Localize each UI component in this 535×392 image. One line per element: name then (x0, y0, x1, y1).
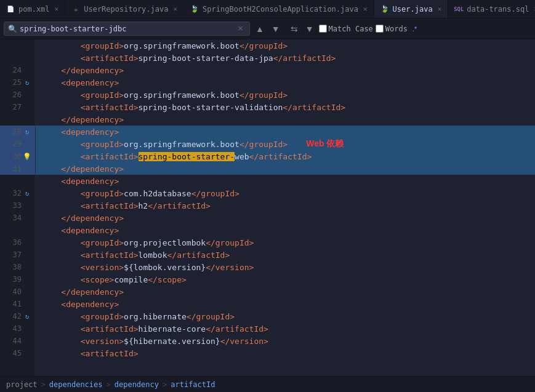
tab-close[interactable]: ✕ (363, 5, 368, 13)
code-line[interactable]: <artifactId>spring-boot-starter-validati… (36, 101, 535, 113)
code-line[interactable]: </dependency> (36, 162, 535, 175)
code-line[interactable]: <groupId>com.h2database</groupId> (36, 187, 535, 199)
status-project: project (6, 380, 38, 389)
line-number: 39 (9, 275, 22, 284)
code-line[interactable]: </dependency> (36, 286, 535, 298)
code-line[interactable]: <artifactId> (36, 347, 535, 359)
code-line[interactable]: <dependency> (36, 298, 535, 310)
status-breadcrumb-artifactid[interactable]: artifactId (171, 380, 215, 389)
line-number: 26 (9, 90, 22, 99)
code-line[interactable]: <artifactId>h2</artifactId> (36, 199, 535, 212)
gutter-row (0, 113, 35, 126)
line-number: 28 (9, 127, 22, 136)
status-sep-2: > (107, 380, 111, 389)
line-number: 38 (9, 263, 22, 271)
gutter-row: 37 (0, 249, 35, 261)
gutter-row: 26 (0, 89, 35, 101)
gutter-row: 38 (0, 261, 35, 273)
code-line[interactable]: <groupId>org.hibernate</groupId> (36, 310, 535, 322)
gutter-row (0, 175, 35, 187)
line-number: 44 (9, 337, 22, 345)
status-breadcrumb-dependencies[interactable]: dependencies (49, 380, 103, 389)
code-line[interactable]: <artifactId>spring-boot-starter-data-jpa… (36, 52, 535, 64)
java-icon: ☕ (71, 5, 80, 14)
refresh-indicator: ↻ (23, 79, 31, 87)
gutter-row: 27 (0, 101, 35, 113)
gutter-row: 36 (0, 236, 35, 249)
search-icon: 🔍 (8, 25, 17, 33)
line-number: 45 (9, 349, 22, 358)
web-dep-annotation: Web 依赖 (306, 138, 344, 150)
words-checkbox[interactable] (376, 25, 384, 33)
line-number: 36 (9, 238, 22, 247)
code-line[interactable]: <artifactId>lombok</artifactId> (36, 249, 535, 261)
search-input[interactable] (20, 25, 235, 33)
code-line[interactable]: <artifactId>spring-boot-starter-web</art… (36, 150, 535, 162)
words-label[interactable]: Words (376, 25, 408, 33)
line-number: 40 (9, 287, 22, 296)
code-line[interactable]: <dependency> (36, 126, 535, 138)
tab-label: data-trans.sql (467, 5, 529, 14)
match-case-text: Match Case (329, 25, 373, 33)
line-number: 42 (9, 312, 22, 321)
tab-close[interactable]: ✕ (55, 5, 59, 13)
prev-match-button[interactable]: ▲ (252, 23, 267, 35)
gutter-row: 41 (0, 298, 35, 310)
code-line[interactable]: <dependency> (36, 224, 535, 236)
code-line[interactable]: <groupId>org.projectlombok</groupId> (36, 236, 535, 249)
spring-icon: 🍃 (190, 5, 199, 14)
gutter-row (0, 52, 35, 64)
tab-user-java[interactable]: 🍃 User.java ✕ (374, 0, 449, 18)
code-line[interactable]: <version>${lombok.version}</version> (36, 261, 535, 273)
code-area[interactable]: <groupId>org.springframework.boot</group… (36, 39, 535, 376)
gutter-row: 28↻ (0, 126, 35, 138)
tab-label: SpringBootH2ConsoleApplication.java (203, 5, 358, 14)
clear-search-button[interactable]: ✕ (235, 23, 246, 34)
line-number: 33 (9, 201, 22, 210)
code-line[interactable]: </dependency> (36, 113, 535, 126)
line-number: 27 (9, 103, 22, 111)
status-breadcrumb-dependency[interactable]: dependency (115, 380, 159, 389)
refresh-indicator: ↻ (23, 190, 31, 198)
tab-close[interactable]: ✕ (438, 5, 442, 13)
words-text: Words (385, 25, 408, 33)
code-line[interactable]: <groupId>org.springframework.boot</group… (36, 39, 535, 52)
match-case-checkbox[interactable] (319, 25, 327, 33)
gutter: 2425↻262728↻2930💡3132↻333436373839404142… (0, 39, 36, 376)
search-input-wrap: 🔍 ✕ (4, 22, 250, 36)
tab-user-repository[interactable]: ☕ UserRepository.java ✕ (65, 0, 184, 18)
next-match-button[interactable]: ▼ (268, 23, 283, 35)
regex-icon-button[interactable]: .* (410, 24, 419, 34)
code-line[interactable]: <dependency> (36, 76, 535, 89)
filter-icon-button[interactable]: ⇆ (288, 23, 300, 35)
funnel-icon-button[interactable]: ▼ (303, 23, 316, 35)
search-bar: 🔍 ✕ ▲ ▼ ⇆ ▼ Match Case Words .* (0, 18, 535, 39)
code-line[interactable]: <scope>compile</scope> (36, 273, 535, 286)
gutter-row: 32↻ (0, 187, 35, 199)
xml-icon: 📄 (6, 5, 15, 14)
tab-springboot-h2[interactable]: 🍃 SpringBootH2ConsoleApplication.java ✕ (184, 0, 374, 18)
gutter-row: 42↻ (0, 310, 35, 322)
match-case-label[interactable]: Match Case (319, 25, 373, 33)
tab-bar: 📄 pom.xml ✕ ☕ UserRepository.java ✕ 🍃 Sp… (0, 0, 535, 18)
code-line[interactable]: <groupId>org.springframework.boot</group… (36, 89, 535, 101)
bulb-indicator: 💡 (23, 153, 31, 161)
gutter-row: 45 (0, 347, 35, 359)
line-number: 25 (9, 78, 22, 87)
code-line[interactable]: </dependency> (36, 64, 535, 76)
sql-icon: SQL (454, 5, 463, 14)
code-line[interactable]: <artifactId>hibernate-core</artifactId> (36, 322, 535, 335)
gutter-row: 29 (0, 138, 35, 150)
gutter-row: 34 (0, 212, 35, 224)
tab-close[interactable]: ✕ (173, 5, 177, 13)
code-line[interactable]: <version>${hibernate.version}</version> (36, 335, 535, 347)
tab-data-trans[interactable]: SQL data-trans.sql ✕ (448, 0, 535, 18)
refresh-indicator: ↻ (23, 128, 31, 136)
line-number: 37 (9, 250, 22, 259)
status-sep-3: > (163, 380, 167, 389)
code-line[interactable]: <groupId>org.springframework.boot</group… (36, 138, 535, 150)
tab-pom-xml[interactable]: 📄 pom.xml ✕ (0, 0, 65, 18)
code-line[interactable]: <dependency> (36, 175, 535, 187)
line-number: 34 (9, 214, 22, 222)
code-line[interactable]: </dependency> (36, 212, 535, 224)
